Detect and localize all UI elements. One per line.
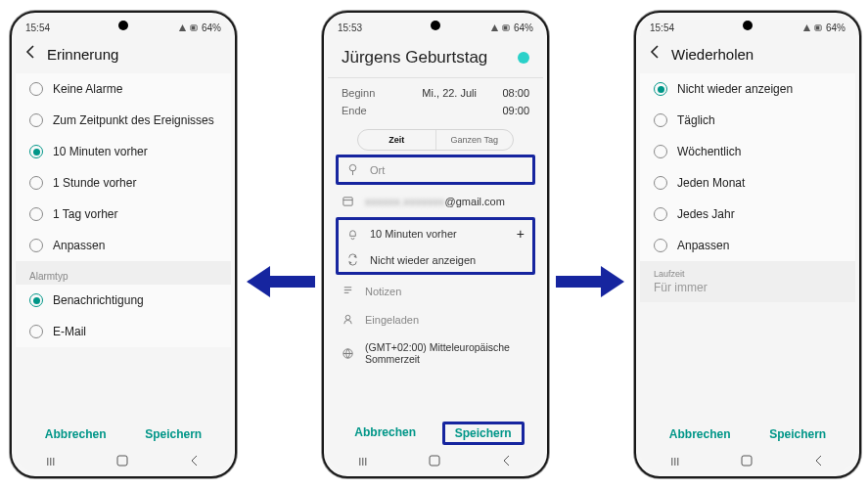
svg-rect-2: [117, 456, 127, 466]
arrow-left-icon: [247, 264, 315, 299]
action-bar: Abbrechen Speichern: [328, 416, 543, 451]
svg-rect-6: [343, 198, 352, 205]
alarm-type-option[interactable]: E-Mail: [16, 316, 231, 347]
runtime-label: Laufzeit: [654, 269, 842, 279]
status-icons: 64%: [178, 22, 221, 33]
calendar-color-dot[interactable]: [518, 52, 529, 64]
repeat-row[interactable]: Nicht wieder anzeigen: [339, 247, 532, 272]
repeat-option[interactable]: Wöchentlich: [640, 136, 855, 167]
screen-header: Wiederholen: [640, 38, 855, 73]
end-label: Ende: [342, 105, 367, 116]
end-time[interactable]: 09:00: [486, 105, 529, 116]
timezone-row[interactable]: (GMT+02:00) Mitteleuropäische Sommerzeit: [328, 333, 543, 373]
reminder-option[interactable]: Anpassen: [16, 230, 231, 261]
home-icon[interactable]: [429, 455, 440, 468]
reminder-option[interactable]: 10 Minuten vorher: [16, 136, 231, 167]
add-reminder-icon[interactable]: +: [517, 226, 525, 242]
begin-label: Beginn: [342, 87, 375, 99]
svg-rect-1: [192, 25, 196, 29]
svg-point-7: [345, 315, 350, 320]
repeat-text: Nicht wieder anzeigen: [370, 254, 476, 266]
begin-time[interactable]: 08:00: [486, 87, 529, 99]
reminder-option[interactable]: Zum Zeitpunkt des Ereignisses: [16, 105, 231, 136]
repeat-option[interactable]: Jeden Monat: [640, 167, 855, 199]
svg-rect-11: [816, 25, 820, 29]
repeat-option[interactable]: Täglich: [640, 105, 855, 136]
reminder-repeat-highlight: 10 Minuten vorher + Nicht wieder anzeige…: [336, 217, 535, 275]
repeat-option[interactable]: Anpassen: [640, 230, 855, 261]
android-nav: III: [16, 453, 231, 470]
nav-back-icon[interactable]: [501, 455, 513, 468]
recents-icon[interactable]: III: [670, 456, 679, 467]
location-row[interactable]: Ort: [339, 157, 532, 182]
phone-reminder: 15:54 64% Erinnerung Keine Alarme Zum Ze…: [10, 11, 237, 478]
camera-notch: [431, 21, 440, 30]
back-icon[interactable]: [23, 44, 39, 64]
camera-notch: [118, 21, 128, 30]
event-header: Jürgens Geburtstag: [328, 38, 543, 71]
bell-icon: [346, 228, 360, 241]
event-title[interactable]: Jürgens Geburtstag: [342, 48, 487, 67]
action-bar: Abbrechen Speichern: [16, 418, 231, 451]
notes-icon: [342, 285, 355, 297]
alarm-type-option[interactable]: Benachrichtigung: [16, 285, 231, 316]
camera-notch: [743, 21, 753, 30]
save-button[interactable]: Speichern: [761, 423, 834, 445]
svg-rect-9: [430, 456, 439, 466]
reminder-option[interactable]: Keine Alarme: [16, 73, 231, 105]
reminder-row[interactable]: 10 Minuten vorher +: [339, 220, 532, 247]
time-allday-toggle[interactable]: Zeit Ganzen Tag: [357, 129, 514, 151]
phone-event-editor: 15:53 64% Jürgens Geburtstag Beginn Mi.,…: [322, 11, 549, 478]
cancel-button[interactable]: Abbrechen: [37, 423, 114, 445]
home-icon[interactable]: [741, 455, 753, 468]
globe-icon: [342, 347, 355, 360]
alarm-type-label: Alarmtyp: [16, 261, 231, 285]
recents-icon[interactable]: III: [358, 456, 367, 467]
clock: 15:54: [25, 22, 50, 33]
nav-back-icon[interactable]: [813, 455, 825, 468]
timezone-text: (GMT+02:00) Mitteleuropäische Sommerzeit: [365, 341, 529, 365]
recents-icon[interactable]: III: [46, 456, 55, 467]
android-nav: III: [640, 453, 855, 470]
account-blurred: xxxxxx.xxxxxxx: [365, 196, 445, 207]
begin-date[interactable]: Mi., 22. Juli: [375, 87, 486, 99]
location-label: Ort: [370, 164, 385, 176]
svg-rect-4: [504, 25, 508, 29]
reminder-option[interactable]: 1 Tag vorher: [16, 199, 231, 230]
clock: 15:54: [650, 22, 674, 33]
nav-back-icon[interactable]: [189, 455, 201, 468]
runtime-block[interactable]: Laufzeit Für immer: [640, 261, 855, 302]
notes-row[interactable]: Notizen: [328, 277, 543, 305]
status-icons: 64%: [802, 22, 845, 33]
reminder-text: 10 Minuten vorher: [370, 228, 457, 240]
reminder-options: Keine Alarme Zum Zeitpunkt des Ereigniss…: [16, 73, 231, 261]
repeat-icon: [346, 253, 360, 266]
runtime-value: Für immer: [654, 281, 842, 294]
cancel-button[interactable]: Abbrechen: [662, 423, 739, 445]
repeat-option[interactable]: Nicht wieder anzeigen: [640, 73, 855, 105]
back-icon[interactable]: [648, 44, 663, 64]
svg-rect-12: [742, 456, 752, 466]
repeat-option[interactable]: Jedes Jahr: [640, 199, 855, 230]
account-row[interactable]: xxxxxx.xxxxxxx@gmail.com: [328, 187, 543, 215]
home-icon[interactable]: [116, 455, 128, 468]
invited-row[interactable]: Eingeladen: [328, 305, 543, 333]
seg-time[interactable]: Zeit: [358, 130, 435, 150]
person-icon: [342, 313, 355, 326]
screen-header: Erinnerung: [16, 38, 231, 73]
save-button[interactable]: Speichern: [442, 422, 525, 445]
datetime-block: Beginn Mi., 22. Juli 08:00 Ende 09:00: [328, 80, 543, 123]
svg-point-5: [349, 164, 356, 171]
arrow-right-icon: [556, 264, 624, 299]
pin-icon: [346, 163, 360, 176]
reminder-option[interactable]: 1 Stunde vorher: [16, 167, 231, 199]
seg-allday[interactable]: Ganzen Tag: [436, 130, 514, 150]
save-button[interactable]: Speichern: [137, 423, 209, 445]
invited-label: Eingeladen: [365, 314, 419, 326]
cancel-button[interactable]: Abbrechen: [346, 422, 424, 445]
calendar-icon: [342, 195, 355, 207]
page-title: Wiederholen: [671, 46, 754, 63]
notes-label: Notizen: [365, 286, 401, 297]
repeat-options: Nicht wieder anzeigen Täglich Wöchentlic…: [640, 73, 855, 261]
page-title: Erinnerung: [47, 46, 118, 63]
